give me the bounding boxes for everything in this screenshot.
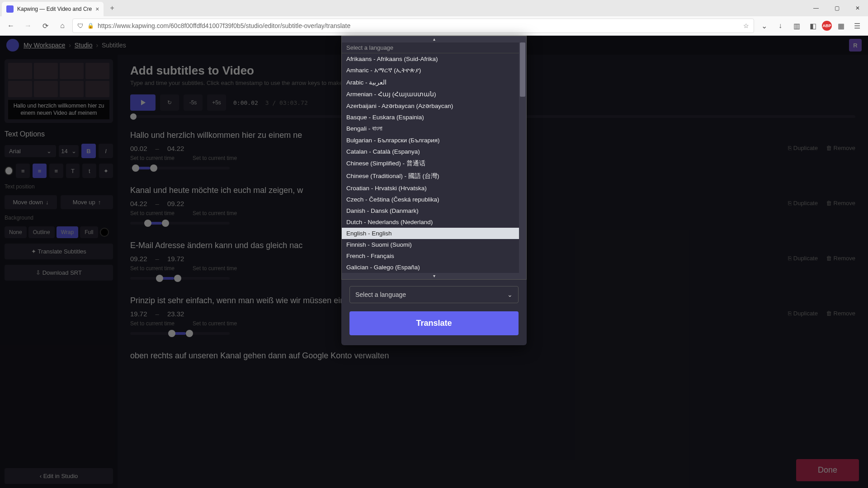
range-end-knob[interactable] <box>162 220 169 227</box>
bg-full-button[interactable]: Full <box>80 226 98 238</box>
language-option[interactable]: Amharic - አማርኛ (ኢትዮጵያ) <box>342 65 526 76</box>
range-slider[interactable] <box>130 277 230 280</box>
language-option[interactable]: Basque - Euskara (Espainia) <box>342 112 526 123</box>
scrollbar-thumb[interactable] <box>520 42 525 97</box>
plus-5s-button[interactable]: +5s <box>207 94 226 111</box>
range-start-knob[interactable] <box>132 164 139 172</box>
adblock-badge[interactable]: ABP <box>822 21 832 31</box>
language-option[interactable]: Croatian - Hrvatski (Hrvatska) <box>342 183 526 194</box>
translate-button[interactable]: Translate <box>349 311 519 335</box>
end-time[interactable]: 23.32 <box>167 310 184 318</box>
language-option[interactable]: Dutch - Nederlands (Nederland) <box>342 216 526 228</box>
move-up-button[interactable]: Move up↑ <box>61 195 113 209</box>
range-slider[interactable] <box>130 167 230 169</box>
range-end-knob[interactable] <box>150 164 157 172</box>
duplicate-button[interactable]: ⎘ Duplicate <box>788 310 818 317</box>
minus-5s-button[interactable]: -5s <box>184 94 203 111</box>
scroll-down-arrow[interactable]: ▾ <box>342 273 526 279</box>
start-time[interactable]: 04.22 <box>130 200 147 207</box>
forward-button[interactable]: → <box>21 19 35 33</box>
end-time[interactable]: 09.22 <box>167 200 184 207</box>
set-end-button[interactable]: Set to current time <box>193 320 237 327</box>
scroll-up-arrow[interactable]: ▴ <box>342 36 526 42</box>
align-right-button[interactable]: ≡ <box>49 164 63 178</box>
duplicate-button[interactable]: ⎘ Duplicate <box>788 200 818 206</box>
language-option[interactable]: Danish - Dansk (Danmark) <box>342 205 526 216</box>
url-field[interactable]: 🛡 🔒 https://www.kapwing.com/60c8f00ffdfd… <box>72 19 754 33</box>
set-start-button[interactable]: Set to current time <box>130 265 175 272</box>
set-end-button[interactable]: Set to current time <box>193 265 237 272</box>
align-center-button[interactable]: ≡ <box>33 164 47 178</box>
set-start-button[interactable]: Set to current time <box>130 320 175 327</box>
set-start-button[interactable]: Set to current time <box>130 155 175 161</box>
remove-button[interactable]: 🗑 Remove <box>826 255 855 262</box>
video-preview[interactable]: Hallo und herzlich willkommen hier zu ei… <box>5 59 113 123</box>
end-time[interactable]: 19.72 <box>167 255 184 263</box>
maximize-button[interactable]: ▢ <box>826 0 847 16</box>
bg-none-button[interactable]: None <box>5 226 27 238</box>
range-start-knob[interactable] <box>156 275 163 282</box>
language-option[interactable]: Bengali - বাংলা <box>342 123 526 135</box>
play-button[interactable] <box>130 94 156 111</box>
minimize-button[interactable]: — <box>806 0 826 16</box>
start-time[interactable]: 09.22 <box>130 255 147 263</box>
crumb-studio[interactable]: Studio <box>75 42 93 49</box>
set-end-button[interactable]: Set to current time <box>193 210 237 216</box>
range-start-knob[interactable] <box>168 330 175 337</box>
duplicate-button[interactable]: ⎘ Duplicate <box>788 145 818 151</box>
extension-icon[interactable]: ▦ <box>834 19 848 33</box>
translate-subtitles-button[interactable]: ✦ Translate Subtitles <box>5 244 113 259</box>
range-end-knob[interactable] <box>174 275 181 282</box>
target-language-select[interactable]: Select a language ⌄ <box>349 286 519 303</box>
browser-tab[interactable]: Kapwing — Edit Video and Cre × <box>2 2 104 16</box>
scrollbar[interactable] <box>519 36 526 279</box>
set-end-button[interactable]: Set to current time <box>193 155 237 161</box>
language-option[interactable]: Czech - Čeština (Česká republika) <box>342 194 526 205</box>
language-option[interactable]: Bulgarian - Български (България) <box>342 135 526 146</box>
move-down-button[interactable]: Move down↓ <box>5 195 57 209</box>
language-option[interactable]: Catalan - Català (Espanya) <box>342 146 526 157</box>
font-size-select[interactable]: 14⌄ <box>59 145 79 157</box>
new-tab-button[interactable]: + <box>106 2 118 14</box>
language-option[interactable]: Chinese (Simplified) - 普通话 <box>342 157 526 170</box>
lowercase-button[interactable]: t <box>82 164 96 178</box>
star-icon[interactable]: ☆ <box>743 22 749 29</box>
restart-button[interactable]: ↻ <box>160 94 179 111</box>
language-option[interactable]: Finnish - Suomi (Suomi) <box>342 239 526 250</box>
remove-button[interactable]: 🗑 Remove <box>826 310 855 317</box>
done-button[interactable]: Done <box>796 459 859 481</box>
home-button[interactable]: ⌂ <box>55 19 70 33</box>
download-icon[interactable]: ↓ <box>773 19 788 33</box>
start-time[interactable]: 00.02 <box>130 145 147 152</box>
range-slider[interactable] <box>130 332 230 335</box>
subtitle-text[interactable]: oben rechts auf unseren Kanal gehen dann… <box>130 351 855 361</box>
font-select[interactable]: Arial ⌄ <box>5 145 56 157</box>
bg-outline-button[interactable]: Outline <box>28 226 55 238</box>
duplicate-button[interactable]: ⎘ Duplicate <box>788 255 818 262</box>
download-srt-button[interactable]: ⇩ Download SRT <box>5 265 113 281</box>
language-option[interactable]: Armenian - Հայ (Հայաստան) <box>342 88 526 100</box>
set-start-button[interactable]: Set to current time <box>130 210 175 216</box>
back-button[interactable]: ← <box>4 19 18 33</box>
remove-button[interactable]: 🗑 Remove <box>826 145 855 151</box>
uppercase-button[interactable]: T <box>66 164 80 178</box>
start-time[interactable]: 19.72 <box>130 310 147 318</box>
range-slider[interactable] <box>130 222 230 225</box>
reload-button[interactable]: ⟳ <box>38 19 52 33</box>
close-window-button[interactable]: ✕ <box>847 0 868 16</box>
pocket-icon[interactable]: ⌄ <box>757 19 771 33</box>
language-option[interactable]: French - Français <box>342 250 526 262</box>
bg-color-swatch[interactable] <box>100 228 109 237</box>
align-left-button[interactable]: ≡ <box>16 164 30 178</box>
range-end-knob[interactable] <box>186 330 193 337</box>
language-option[interactable]: Galician - Galego (España) <box>342 262 526 273</box>
animation-button[interactable]: ✦ <box>99 164 113 178</box>
end-time[interactable]: 04.22 <box>167 145 184 152</box>
avatar[interactable]: R <box>849 39 862 52</box>
color-swatch[interactable] <box>5 166 13 175</box>
tab-close-icon[interactable]: × <box>95 5 99 13</box>
range-start-knob[interactable] <box>144 220 151 227</box>
app-logo[interactable] <box>6 39 19 52</box>
language-list[interactable]: Afrikaans - Afrikaans (Suid-Afrika)Amhar… <box>342 53 526 280</box>
edit-in-studio-button[interactable]: ‹ Edit in Studio <box>5 468 113 484</box>
